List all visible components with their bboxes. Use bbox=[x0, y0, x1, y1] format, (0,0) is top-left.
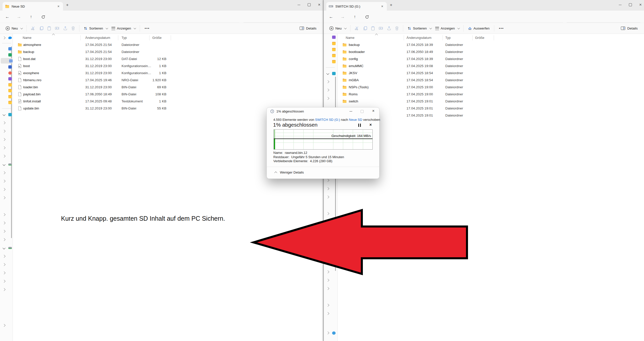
sidebar-icon-music[interactable] bbox=[8, 71, 12, 75]
rename-button[interactable] bbox=[53, 24, 61, 33]
chevron-right-icon[interactable] bbox=[3, 196, 5, 199]
file-row[interactable]: boot 31.12.2019 23:00 Konfigurationsein…… bbox=[13, 63, 323, 70]
dialog-close-button[interactable]: × bbox=[372, 109, 374, 113]
chevron-right-icon[interactable] bbox=[3, 155, 5, 157]
close-button[interactable]: × bbox=[318, 4, 320, 6]
minimize-button[interactable] bbox=[619, 5, 622, 5]
file-row[interactable]: config 17.04.2025 18:39 Dateiordner bbox=[338, 55, 644, 63]
column-header-size[interactable]: Größe bbox=[152, 36, 162, 40]
chevron-right-icon[interactable] bbox=[3, 238, 5, 241]
chevron-right-icon[interactable] bbox=[326, 187, 329, 190]
sidebar-item[interactable] bbox=[0, 112, 13, 117]
up-button[interactable]: ↑ bbox=[28, 14, 34, 20]
cancel-button[interactable]: × bbox=[369, 123, 372, 127]
chevron-right-icon[interactable] bbox=[3, 121, 5, 124]
sidebar-item[interactable] bbox=[0, 253, 13, 259]
sidebar-item[interactable] bbox=[0, 237, 13, 242]
share-button[interactable] bbox=[385, 24, 393, 33]
sidebar-item[interactable] bbox=[0, 46, 13, 51]
column-header-name[interactable]: Name bbox=[23, 36, 32, 40]
delete-button[interactable] bbox=[69, 24, 77, 33]
file-row[interactable]: 17.04.2025 19:01 Dateiordner bbox=[338, 105, 644, 112]
chevron-right-icon[interactable] bbox=[3, 221, 5, 224]
sidebar-icon-drive[interactable] bbox=[8, 163, 12, 165]
pause-button[interactable] bbox=[358, 124, 361, 127]
details-pane-button[interactable]: Details bbox=[300, 26, 323, 30]
eject-button[interactable]: Auswerfen bbox=[466, 24, 492, 33]
delete-button[interactable] bbox=[393, 24, 401, 33]
cut-button[interactable] bbox=[29, 24, 37, 33]
copy-button[interactable] bbox=[361, 24, 369, 33]
chevron-right-icon[interactable] bbox=[3, 263, 5, 266]
sidebar-item[interactable] bbox=[0, 35, 13, 41]
chevron-right-icon[interactable] bbox=[326, 97, 329, 100]
chevron-right-icon[interactable] bbox=[3, 188, 5, 191]
chevron-right-icon[interactable] bbox=[3, 280, 5, 282]
sidebar-icon-folder[interactable] bbox=[8, 89, 12, 92]
file-row[interactable]: atmosphere 17.04.2025 21:54 Dateiordner bbox=[13, 41, 323, 48]
sidebar-item[interactable] bbox=[0, 220, 13, 226]
minimize-button[interactable] bbox=[298, 5, 300, 5]
chevron-right-icon[interactable] bbox=[326, 331, 329, 334]
sidebar-item[interactable] bbox=[0, 76, 13, 81]
sidebar-item[interactable] bbox=[324, 194, 337, 200]
forward-button[interactable]: → bbox=[16, 14, 22, 20]
less-details-toggle[interactable]: Weniger Details bbox=[275, 170, 304, 174]
sidebar-item[interactable] bbox=[324, 41, 337, 46]
file-row[interactable]: Roms 17.04.2025 19:00 Dateiordner bbox=[338, 91, 644, 98]
sidebar-item[interactable] bbox=[324, 53, 337, 58]
sidebar-item[interactable] bbox=[0, 212, 13, 217]
sidebar-icon-folder[interactable] bbox=[332, 48, 336, 51]
rename-button[interactable] bbox=[377, 24, 385, 33]
chevron-down-icon[interactable] bbox=[3, 163, 5, 166]
sidebar-item[interactable] bbox=[324, 59, 337, 64]
column-header-type[interactable]: Typ bbox=[122, 36, 127, 40]
destination-link[interactable]: Neue SD bbox=[349, 118, 362, 122]
more-options-button[interactable]: ••• bbox=[496, 26, 507, 30]
details-pane-button[interactable]: Details bbox=[621, 26, 644, 30]
sidebar-item[interactable] bbox=[0, 94, 13, 99]
sidebar-item[interactable] bbox=[0, 64, 13, 70]
sidebar-item[interactable] bbox=[0, 178, 13, 184]
sidebar-item[interactable] bbox=[0, 145, 13, 151]
refresh-button[interactable] bbox=[40, 14, 46, 21]
dialog-minimize-button[interactable] bbox=[349, 111, 352, 111]
sidebar-item[interactable] bbox=[0, 229, 13, 234]
paste-button[interactable] bbox=[369, 24, 377, 33]
chevron-right-icon[interactable] bbox=[3, 130, 5, 132]
column-header-name[interactable]: Name bbox=[346, 36, 355, 40]
file-row[interactable]: bootloader 17.06.2050 18:49 Dateiordner bbox=[338, 48, 644, 55]
tab-neue-sd[interactable]: Neue SD × bbox=[3, 2, 63, 11]
sort-button[interactable]: Sortieren bbox=[405, 24, 433, 33]
file-row[interactable]: emuMMC 17.04.2025 19:08 Dateiordner bbox=[338, 63, 644, 70]
file-row[interactable]: payload.bin 17.06.2050 18:49 BIN-Datei 1… bbox=[13, 91, 323, 98]
chevron-right-icon[interactable] bbox=[3, 171, 5, 174]
sidebar-item[interactable] bbox=[324, 286, 337, 291]
column-header-date[interactable]: Änderungsdatum bbox=[406, 36, 431, 40]
chevron-right-icon[interactable] bbox=[3, 288, 5, 291]
sidebar-icon-folder[interactable] bbox=[8, 83, 12, 87]
sidebar-item[interactable] bbox=[324, 79, 337, 84]
up-button[interactable]: ↑ bbox=[352, 14, 358, 20]
file-row[interactable]: tinfoil.install 17.04.2025 09:48 Textdok… bbox=[13, 98, 323, 105]
sidebar-item[interactable] bbox=[0, 137, 13, 142]
sidebar-item[interactable] bbox=[0, 70, 13, 76]
view-button[interactable]: Anzeigen bbox=[109, 24, 137, 33]
more-options-button[interactable]: ••• bbox=[142, 26, 152, 30]
view-button[interactable]: Anzeigen bbox=[433, 24, 461, 33]
refresh-button[interactable] bbox=[364, 14, 370, 21]
chevron-right-icon[interactable] bbox=[3, 324, 5, 327]
tab-close-icon[interactable]: × bbox=[56, 4, 61, 8]
sidebar-item[interactable] bbox=[1, 58, 12, 64]
chevron-right-icon[interactable] bbox=[3, 271, 5, 274]
sidebar-item[interactable] bbox=[0, 323, 13, 328]
sidebar-icon-videos[interactable] bbox=[332, 36, 336, 39]
sidebar-item[interactable] bbox=[0, 287, 13, 292]
sidebar-item[interactable] bbox=[0, 245, 13, 251]
chevron-right-icon[interactable] bbox=[326, 304, 329, 306]
sidebar-item[interactable] bbox=[324, 96, 337, 101]
chevron-down-icon[interactable] bbox=[3, 246, 5, 249]
sidebar-item[interactable] bbox=[324, 87, 337, 93]
sidebar-item[interactable] bbox=[0, 162, 13, 167]
sidebar-icon-folder[interactable] bbox=[8, 101, 12, 104]
